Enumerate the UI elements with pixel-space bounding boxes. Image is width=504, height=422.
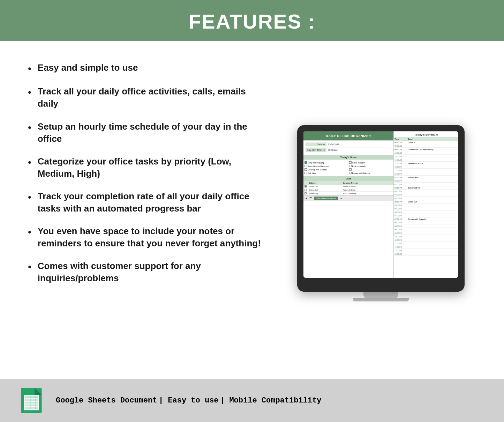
schedule-time: 03:00 PM xyxy=(394,187,408,189)
schedule-time: 11:30 AM xyxy=(394,162,408,164)
call-contact: Kenneth Cole xyxy=(341,188,393,192)
schedule-event: Team Lunch Out xyxy=(408,162,458,164)
schedule-row: 05:00 PMClock Out xyxy=(394,200,458,204)
schedule-time: 01:30 PM xyxy=(394,176,408,178)
feature-text: Setup an hourly time schedule of your da… xyxy=(38,121,265,145)
svg-rect-8 xyxy=(36,396,36,409)
schedule-event: Dinner with Friends xyxy=(408,218,458,220)
schedule-time: 12:30 PM xyxy=(394,169,408,171)
goal-checkbox xyxy=(304,168,307,171)
feature-item-7: •Comes with customer support for any inq… xyxy=(28,260,265,284)
schedule-time: 11:00 AM xyxy=(394,159,408,161)
schedule-time: 04:30 PM xyxy=(394,197,408,199)
schedule-row: 06:30 PM xyxy=(394,210,458,214)
feature-text: Track all your daily office activities, … xyxy=(38,85,265,110)
schedule-row: 01:30 PMSales Call #1 xyxy=(394,176,458,179)
schedule-time: 10:00 AM xyxy=(394,152,408,154)
goal-item: Dinner with Friends xyxy=(349,171,393,175)
schedule-time: 09:00 AM xyxy=(394,145,408,147)
schedule-row: 04:00 PM xyxy=(394,193,458,197)
call-contact: Jessica Smith xyxy=(341,185,393,188)
schedule-row: 08:30 PM xyxy=(394,224,458,228)
schedule-time: 12:30 AM xyxy=(394,253,408,255)
footer: Google Sheets Document | Easy to use | M… xyxy=(0,379,504,422)
svg-rect-2 xyxy=(25,396,38,398)
bullet: • xyxy=(28,261,31,273)
feature-item-3: •Setup an hourly time schedule of your d… xyxy=(28,121,265,145)
col-event: Event xyxy=(408,138,458,140)
schedule-row: 03:00 PMSales Call #2 xyxy=(394,186,458,190)
schedule-time: 12:00 PM xyxy=(394,166,408,168)
device-screen: DAILY OFFICE ORGANIZER Date >> 11/24/202… xyxy=(303,131,458,278)
goal-item: Early morning jog xyxy=(304,161,348,164)
bullet: • xyxy=(28,191,31,204)
page-header: FEATURES : xyxy=(0,0,504,41)
feature-text: Categorize your office tasks by priority… xyxy=(38,155,265,180)
schedule-row: 02:00 PM xyxy=(394,179,458,183)
feature-item-1: •Easy and simple to use xyxy=(28,62,265,75)
schedule-row: 09:30 AMConference Call with Manag... xyxy=(394,148,458,151)
schedule-row: 02:30 PM xyxy=(394,183,458,186)
schedule-time: 08:30 AM xyxy=(394,141,408,144)
svg-rect-7 xyxy=(30,396,30,409)
goal-text: Dinner with Friends xyxy=(352,172,370,174)
footer-label3: Mobile Compatibility xyxy=(229,396,321,405)
calls-header: Calls xyxy=(303,176,393,181)
sheet-tab[interactable]: Daily Office Organizer xyxy=(314,197,339,200)
goals-header: Today's Goals xyxy=(303,155,393,160)
tab-bar: + ☰ Daily Office Organizer ▾ xyxy=(303,195,393,201)
calls-tbody: Sales CallJessica SmithSales CallKenneth… xyxy=(303,185,393,195)
start-time-label: Day Start Time >> xyxy=(306,148,326,152)
schedule-time: 09:30 PM xyxy=(394,232,408,234)
schedule-row: 10:30 AM xyxy=(394,155,458,158)
schedule-time: 05:30 PM xyxy=(394,204,408,206)
bullet: • xyxy=(28,156,31,169)
col-time: Time xyxy=(394,138,408,140)
bullet: • xyxy=(28,226,31,238)
goal-text: Eat a healthy breakfast xyxy=(308,165,329,167)
feature-item-2: •Track all your daily office activities,… xyxy=(28,85,265,110)
sheet-title: DAILY OFFICE ORGANIZER xyxy=(303,131,393,140)
schedule-row: 11:30 AMTeam Lunch Out xyxy=(394,162,458,165)
page-title: FEATURES : xyxy=(0,10,504,33)
schedule-time: 07:30 PM xyxy=(394,218,408,220)
schedule-time: 08:30 PM xyxy=(394,225,408,227)
bullet: • xyxy=(28,86,31,99)
bullet: • xyxy=(28,121,31,134)
features-list: •Easy and simple to use•Track all your d… xyxy=(28,58,265,368)
schedule-time: 11:00 PM xyxy=(394,243,408,245)
schedule-time: 04:00 PM xyxy=(394,194,408,196)
schedule-row: 09:30 PM xyxy=(394,231,458,235)
call-row: MarketingJohn Galloway xyxy=(303,192,393,195)
device-stand-base xyxy=(353,298,409,301)
goal-text: Call Mom xyxy=(308,172,316,174)
call-checkbox xyxy=(304,189,307,191)
goal-checkbox xyxy=(304,172,307,174)
schedule-row: 05:30 PM xyxy=(394,204,458,207)
goal-item: Pick up laundry xyxy=(349,164,393,168)
bullet: • xyxy=(28,62,31,75)
schedule-panel: Today's Schedule Time Event 08:30 AMCloc… xyxy=(394,131,458,278)
svg-rect-5 xyxy=(25,405,38,406)
footer-div1: | xyxy=(159,396,168,405)
feature-item-4: •Categorize your office tasks by priorit… xyxy=(28,155,265,180)
schedule-time: 10:00 PM xyxy=(394,236,408,238)
calls-col-contact: Contact Person xyxy=(341,181,393,185)
schedule-row: 01:00 PM xyxy=(394,172,458,176)
schedule-event: Clock In xyxy=(408,141,458,144)
device-stand xyxy=(363,292,398,298)
schedule-time: 02:00 PM xyxy=(394,180,408,182)
schedule-event: Sales Call #2 xyxy=(408,187,458,189)
date-label: Date >> xyxy=(306,143,326,146)
call-subject: Sales Call xyxy=(308,185,342,188)
feature-text: You even have space to include your note… xyxy=(38,225,265,250)
goal-item: Call Mom xyxy=(304,171,348,175)
call-subject: Sales Call xyxy=(308,188,342,192)
call-checkbox xyxy=(304,192,307,194)
start-time-value: 08:30 AM xyxy=(328,149,337,151)
schedule-row: 12:00 AM xyxy=(394,249,458,252)
svg-rect-4 xyxy=(25,402,38,404)
date-value: 11/24/2023 xyxy=(328,143,339,146)
schedule-time: 06:30 PM xyxy=(394,211,408,213)
schedule-time: 03:30 PM xyxy=(394,190,408,192)
